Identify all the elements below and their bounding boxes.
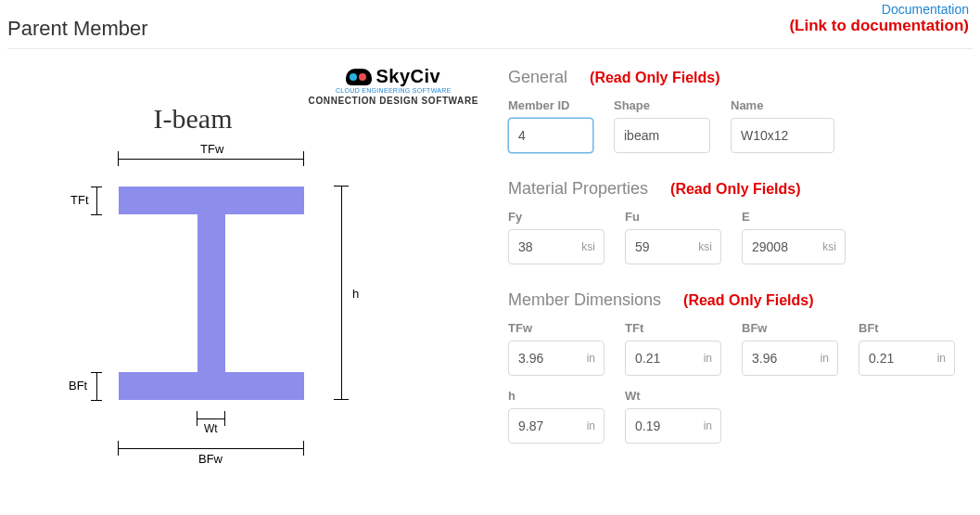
fu-field[interactable] — [625, 229, 721, 264]
tft-field[interactable] — [625, 341, 721, 376]
dim-label-tfw: TFw — [200, 142, 223, 156]
tfw-field[interactable] — [508, 341, 605, 376]
wt-field[interactable] — [625, 408, 721, 444]
label-shape: Shape — [614, 98, 710, 112]
section-title-general: General — [508, 68, 567, 87]
name-field[interactable] — [731, 118, 834, 153]
brand-badge: SkyCiv CLOUD ENGINEERING SOFTWARE CONNEC… — [309, 66, 478, 106]
label-bfw: BFw — [742, 321, 838, 335]
shape-field[interactable] — [614, 118, 710, 153]
h-field[interactable] — [508, 408, 605, 444]
ibeam-shape — [119, 187, 304, 400]
documentation-link[interactable]: Documentation — [882, 2, 969, 17]
label-bft: BFt — [859, 321, 955, 335]
readonly-annotation-general: (Read Only Fields) — [590, 70, 719, 86]
dim-label-wt: Wt — [204, 422, 218, 435]
cloud-icon — [346, 69, 372, 85]
readonly-annotation-dims: (Read Only Fields) — [683, 292, 813, 309]
e-field[interactable] — [742, 229, 846, 264]
dim-label-bft: BFt — [69, 379, 87, 393]
section-title-material: Material Properties — [508, 179, 648, 199]
label-tfw: TFw — [508, 321, 605, 335]
label-tft: TFt — [625, 321, 721, 335]
fy-field[interactable] — [508, 229, 605, 264]
label-wt: Wt — [625, 389, 721, 403]
section-title-dims: Member Dimensions — [508, 290, 661, 310]
label-name: Name — [731, 98, 834, 112]
dim-label-bfw: BFw — [198, 452, 223, 466]
brand-name: SkyCiv — [375, 66, 440, 87]
diagram-title: I-beam — [63, 103, 323, 135]
bft-field[interactable] — [859, 341, 955, 376]
page-header: Parent Member (Link to documentation) — [7, 17, 973, 49]
readonly-annotation-material: (Read Only Fields) — [670, 181, 800, 198]
bfw-field[interactable] — [742, 341, 838, 376]
brand-tagline: CLOUD ENGINEERING SOFTWARE — [309, 87, 478, 94]
label-member-id: Member ID — [508, 98, 593, 112]
dim-label-h: h — [352, 287, 359, 301]
label-e: E — [742, 210, 846, 224]
member-id-field[interactable] — [508, 118, 593, 153]
dim-label-tft: TFt — [70, 193, 89, 207]
ibeam-diagram: I-beam TFw TFt h BFt Wt BFw — [63, 103, 462, 493]
label-fy: Fy — [508, 210, 605, 224]
label-h: h — [508, 389, 605, 403]
doc-link-annotation: (Link to documentation) — [789, 17, 969, 35]
page-title: Parent Member — [7, 17, 148, 41]
label-fu: Fu — [625, 210, 721, 224]
